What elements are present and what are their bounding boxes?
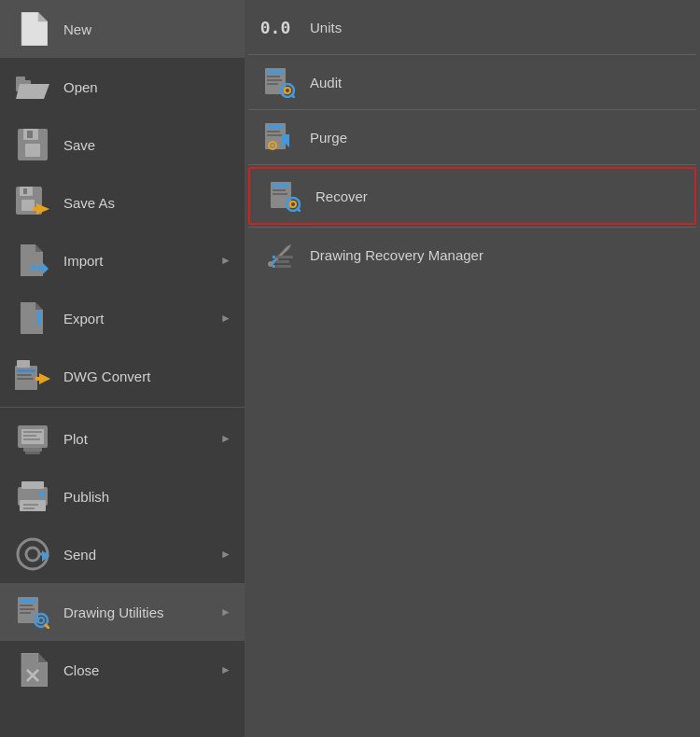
svg-rect-40: [23, 504, 38, 506]
sidebar-item-import[interactable]: Import ►: [0, 231, 245, 289]
svg-rect-86: [273, 265, 275, 268]
sidebar-item-publish[interactable]: Publish: [0, 467, 245, 525]
new-icon: [13, 9, 52, 49]
sidebar-item-plot-label: Plot: [63, 431, 220, 447]
sidebar-item-save-label: Save: [63, 137, 231, 153]
svg-marker-19: [35, 302, 43, 310]
svg-rect-25: [17, 374, 32, 376]
save-as-icon: [13, 183, 52, 222]
svg-point-64: [285, 88, 290, 93]
units-icon: 0.0: [261, 9, 297, 45]
svg-rect-62: [267, 83, 278, 85]
close-icon: [13, 650, 52, 689]
units-number: 0.0: [260, 18, 291, 37]
sidebar-item-publish-label: Publish: [63, 489, 231, 505]
svg-rect-84: [273, 256, 275, 258]
plot-arrow: ►: [220, 432, 231, 445]
svg-rect-28: [35, 377, 47, 381]
svg-line-65: [292, 95, 295, 98]
sidebar-item-import-label: Import: [63, 253, 220, 269]
sidebar-item-dwg-convert-label: DWG Convert: [63, 368, 231, 384]
svg-marker-55: [38, 653, 48, 662]
sidebar-item-open[interactable]: Open: [0, 58, 245, 116]
svg-rect-75: [273, 189, 286, 191]
import-icon: [13, 241, 52, 280]
right-panel: 0.0 Units Audit: [245, 0, 700, 737]
send-arrow: ►: [220, 548, 231, 561]
audit-icon: [261, 64, 297, 100]
svg-rect-50: [20, 612, 31, 614]
svg-rect-31: [23, 448, 42, 452]
drawing-recovery-manager-icon: [261, 237, 297, 272]
svg-rect-68: [267, 131, 280, 132]
sidebar-item-save-as[interactable]: Save As: [0, 174, 245, 231]
right-item-audit[interactable]: Audit: [245, 55, 700, 109]
sidebar-item-drawing-utilities[interactable]: Drawing Utilities ►: [0, 583, 245, 641]
svg-rect-83: [276, 265, 291, 268]
right-item-units[interactable]: 0.0 Units: [245, 0, 700, 54]
open-icon: [13, 67, 52, 106]
svg-point-72: [272, 145, 274, 147]
svg-rect-23: [17, 360, 30, 368]
import-arrow: ►: [220, 254, 231, 267]
drawing-utilities-arrow: ►: [220, 605, 231, 619]
sidebar-item-drawing-utilities-label: Drawing Utilities: [63, 605, 220, 620]
svg-rect-82: [276, 260, 289, 263]
right-item-drawing-recovery-manager-label: Drawing Recovery Manager: [310, 247, 483, 263]
dwg-convert-icon: [13, 356, 52, 396]
sidebar-item-close-label: Close: [63, 662, 220, 678]
svg-rect-34: [23, 435, 36, 437]
drawing-utilities-icon: [13, 592, 52, 632]
close-arrow: ►: [220, 663, 231, 676]
svg-rect-59: [267, 70, 284, 74]
svg-line-79: [298, 209, 301, 212]
export-arrow: ►: [220, 312, 231, 325]
plot-icon: [13, 419, 52, 458]
sidebar-item-close[interactable]: Close ►: [0, 641, 245, 699]
export-icon: [13, 299, 52, 338]
svg-rect-47: [20, 599, 36, 603]
sidebar-item-new-label: New: [63, 21, 231, 37]
svg-rect-21: [37, 315, 41, 325]
svg-rect-74: [273, 184, 289, 188]
svg-marker-54: [21, 653, 48, 687]
svg-rect-49: [20, 608, 35, 610]
purge-icon: [261, 119, 297, 155]
recover-icon: [267, 178, 302, 214]
right-item-recover-label: Recover: [315, 188, 368, 204]
sidebar-item-new[interactable]: New: [0, 0, 245, 58]
sidebar: New Open Save: [0, 0, 245, 737]
svg-rect-6: [25, 144, 40, 157]
right-item-purge[interactable]: Purge: [245, 110, 700, 164]
sidebar-item-dwg-convert[interactable]: DWG Convert: [0, 347, 245, 405]
svg-point-52: [38, 618, 44, 623]
sidebar-item-export-label: Export: [63, 311, 220, 327]
right-item-drawing-recovery-manager[interactable]: Drawing Recovery Manager: [245, 228, 700, 282]
svg-marker-1: [38, 12, 48, 21]
svg-rect-24: [17, 369, 35, 372]
sidebar-item-plot[interactable]: Plot ►: [0, 410, 245, 467]
svg-line-53: [46, 625, 49, 629]
sidebar-item-send[interactable]: Send ►: [0, 525, 245, 583]
svg-rect-61: [267, 79, 282, 81]
svg-point-39: [39, 492, 45, 497]
svg-marker-0: [21, 12, 48, 46]
sidebar-item-send-label: Send: [63, 547, 220, 563]
svg-rect-26: [17, 378, 34, 380]
svg-rect-48: [20, 605, 33, 606]
svg-rect-69: [267, 134, 282, 136]
sidebar-item-save-as-label: Save As: [63, 195, 231, 211]
sidebar-item-open-label: Open: [63, 79, 231, 95]
svg-rect-3: [16, 76, 25, 81]
svg-rect-13: [33, 207, 46, 211]
svg-point-43: [26, 548, 39, 561]
sidebar-item-export[interactable]: Export ►: [0, 289, 245, 347]
svg-point-78: [290, 202, 296, 207]
svg-rect-85: [273, 260, 275, 263]
right-item-audit-label: Audit: [310, 75, 342, 90]
svg-rect-32: [25, 452, 40, 454]
right-item-recover[interactable]: Recover: [248, 167, 696, 225]
right-item-purge-label: Purge: [310, 130, 347, 146]
sidebar-item-save[interactable]: Save: [0, 116, 245, 174]
save-icon: [13, 125, 52, 164]
